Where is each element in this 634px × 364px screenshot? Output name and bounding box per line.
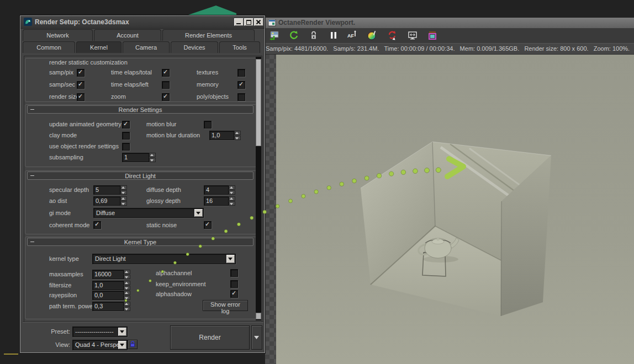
- gi-mode-dropdown[interactable]: Diffuse: [93, 208, 204, 218]
- chevron-down-icon[interactable]: [118, 341, 126, 349]
- path-term-power-input[interactable]: 0,3: [92, 302, 124, 311]
- specular-depth-input[interactable]: 5: [93, 185, 120, 195]
- subsampling-label: subsampling: [49, 154, 83, 160]
- chevron-down-icon[interactable]: [118, 328, 126, 336]
- dialog-titlebar[interactable]: Render Setup: Octane3dsmax: [20, 16, 265, 29]
- tab-network[interactable]: Network: [23, 29, 93, 41]
- maxsamples-label: maxsamples: [49, 271, 83, 277]
- motion-blur-duration-spinner[interactable]: [234, 131, 241, 140]
- render-target-icon[interactable]: [427, 30, 438, 41]
- render-size-label: render size: [49, 93, 79, 100]
- view-label: View:: [43, 341, 70, 348]
- fit-window-icon[interactable]: [407, 30, 418, 41]
- use-object-render-settings-checkbox[interactable]: [122, 143, 130, 151]
- chevron-down-icon[interactable]: [226, 255, 235, 263]
- dialog-scrollbar[interactable]: [256, 57, 261, 320]
- direct-light-header[interactable]: Direct Light: [27, 172, 253, 180]
- view-lock-button[interactable]: [128, 340, 138, 349]
- tab-common[interactable]: Common: [23, 41, 75, 53]
- ao-dist-label: ao dist: [49, 197, 67, 204]
- preset-dropdown[interactable]: -------------------: [72, 326, 128, 337]
- render-size-checkbox[interactable]: [77, 93, 84, 101]
- scrollbar-thumb[interactable]: [256, 59, 261, 146]
- zoom-label: zoom: [111, 93, 126, 100]
- memory-label: memory: [197, 81, 219, 88]
- glossy-depth-label: glossy depth: [146, 197, 181, 204]
- time-elaps-left-checkbox[interactable]: [162, 81, 170, 89]
- motion-blur-checkbox[interactable]: [204, 121, 212, 129]
- glossy-depth-input[interactable]: 16: [204, 196, 229, 206]
- textures-checkbox[interactable]: [237, 69, 245, 77]
- rayepsilon-spinner[interactable]: [124, 291, 130, 300]
- svg-text:AF: AF: [347, 33, 354, 39]
- reset-view-icon[interactable]: [387, 30, 398, 41]
- rayepsilon-input[interactable]: 0,0: [92, 291, 124, 300]
- render-settings-header[interactable]: Render Settings: [27, 105, 253, 114]
- pause-icon[interactable]: [328, 30, 339, 41]
- alphashadow-checkbox[interactable]: [230, 290, 238, 298]
- kernel-type-header[interactable]: Kernel Type: [27, 238, 253, 246]
- glossy-depth-spinner[interactable]: [229, 196, 235, 206]
- time-elaps-total-checkbox[interactable]: [162, 69, 170, 77]
- show-error-log-button[interactable]: Show error log: [203, 300, 248, 311]
- memory-checkbox[interactable]: [237, 81, 245, 89]
- tab-tools[interactable]: Tools: [219, 41, 260, 53]
- tab-render-elements[interactable]: Render Elements: [162, 29, 255, 41]
- rendered-scene: [276, 55, 634, 364]
- tab-devices[interactable]: Devices: [171, 41, 218, 53]
- autofocus-icon[interactable]: AF: [347, 30, 358, 41]
- tab-kernel[interactable]: Kernel: [76, 41, 121, 53]
- transparency-checkerboard: [265, 55, 276, 364]
- ao-dist-spinner[interactable]: [120, 196, 127, 206]
- chevron-down-icon[interactable]: [194, 209, 203, 217]
- maxsamples-spinner[interactable]: [124, 270, 130, 279]
- render-button[interactable]: Render: [170, 325, 250, 350]
- refresh-icon[interactable]: [288, 30, 299, 41]
- filtersize-spinner[interactable]: [124, 281, 130, 290]
- specular-depth-spinner[interactable]: [120, 185, 127, 195]
- render-setup-dialog: Render Setup: Octane3dsmax Network Accou…: [20, 15, 265, 353]
- filtersize-input[interactable]: 1,0: [92, 281, 124, 290]
- tab-account[interactable]: Account: [94, 29, 161, 41]
- ao-dist-input[interactable]: 0,69: [93, 196, 120, 206]
- clay-mode-checkbox[interactable]: [122, 132, 130, 140]
- collapse-icon: [30, 109, 34, 110]
- poly-objects-checkbox[interactable]: [237, 93, 245, 101]
- rayepsilon-label: rayepsilon: [49, 292, 77, 298]
- path-term-power-spinner[interactable]: [124, 302, 130, 311]
- save-image-icon[interactable]: [268, 30, 279, 41]
- render-stats: Samp/pix: 4481/16000. Samp/s: 231.4M. Ti…: [266, 45, 630, 52]
- clay-mode-label: clay mode: [49, 132, 77, 138]
- static-noise-checkbox[interactable]: [204, 221, 212, 229]
- status-line-fragment: [4, 354, 18, 355]
- chevron-down-icon: [254, 335, 260, 340]
- collapse-icon: [30, 175, 34, 176]
- render-options-button[interactable]: [251, 325, 262, 350]
- scrollbar-bottom-button[interactable]: [256, 313, 261, 319]
- samp-sec-checkbox[interactable]: [77, 81, 84, 89]
- samp-pix-checkbox[interactable]: [77, 69, 84, 77]
- subsampling-spinner[interactable]: [149, 153, 156, 162]
- minimize-button[interactable]: [234, 18, 244, 26]
- viewport-titlebar[interactable]: OctaneRender Viewport.: [265, 18, 634, 28]
- coherent-mode-checkbox[interactable]: [93, 221, 101, 229]
- zoom-checkbox[interactable]: [162, 93, 170, 101]
- alphashadow-label: alphashadow: [156, 291, 192, 297]
- keep-environment-checkbox[interactable]: [230, 280, 238, 288]
- maxsamples-input[interactable]: 16000: [92, 270, 124, 279]
- color-picker-icon[interactable]: [367, 30, 378, 41]
- diffuse-depth-spinner[interactable]: [229, 185, 235, 195]
- tab-camera[interactable]: Camera: [123, 41, 170, 53]
- close-button[interactable]: [254, 18, 263, 26]
- update-animated-geometry-checkbox[interactable]: [122, 121, 130, 129]
- kernel-type-dropdown[interactable]: Direct Light: [92, 254, 236, 264]
- motion-blur-duration-input[interactable]: 1,0: [209, 131, 234, 140]
- lock-icon[interactable]: [308, 30, 319, 41]
- alphachannel-checkbox[interactable]: [230, 269, 238, 277]
- time-elaps-left-label: time elaps/left: [111, 81, 149, 88]
- maximize-button[interactable]: [244, 18, 253, 26]
- subsampling-input[interactable]: 1: [122, 153, 149, 162]
- view-dropdown[interactable]: Quad 4 - Perspe: [72, 340, 128, 350]
- diffuse-depth-input[interactable]: 4: [204, 185, 229, 195]
- render-area[interactable]: [265, 55, 634, 364]
